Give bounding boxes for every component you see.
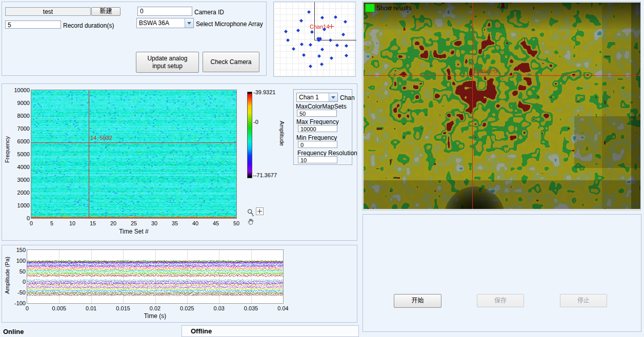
show-results-label: Show results [376, 5, 412, 12]
mic-position-dot [329, 38, 332, 42]
image-cursor-hline[interactable] [364, 75, 640, 76]
spectrogram-x-axis-label: Time Set # [31, 228, 236, 235]
pan-hand-tool-icon[interactable] [247, 218, 255, 227]
mic-position-dot [292, 47, 295, 51]
mic-position-dot [309, 43, 312, 47]
max-colormap-field[interactable]: 50 [297, 110, 337, 117]
mic-position-dot [299, 19, 303, 23]
mic-position-dot [335, 44, 339, 47]
mic-position-dot [345, 54, 348, 57]
mic-position-dot [341, 33, 345, 36]
spectrogram-x-ticks: 05101520253035404550 [31, 220, 236, 226]
frequency-resolution-label: Frequency Resolution [297, 150, 357, 157]
record-duration-label: Record duration(s) [63, 22, 114, 29]
waveform-x-ticks: 00.0050.010.0150.020.0250.030.0350.04 [27, 305, 283, 311]
colorbar-max-label: -39.9321 [253, 89, 275, 95]
online-status-label: Online [3, 328, 24, 335]
camera-id-label: Camera ID [194, 9, 224, 16]
mic-position-dot [300, 43, 304, 46]
offline-status-label: Offline [191, 327, 212, 335]
offline-status-box: Offline [182, 325, 359, 337]
spectrogram-y-ticks: 1000090008000700060005000400030002000100… [10, 90, 30, 218]
waveform-x-axis-label: Time (s) [27, 312, 283, 320]
mic-array-label: Select Microphone Array [196, 20, 263, 28]
spectrogram-canvas[interactable] [31, 90, 236, 218]
spectrogram-cursor-hline[interactable] [31, 142, 236, 143]
mic-position-dot [286, 38, 290, 42]
display-controls-group: Chan 1 Chan MaxColorMapSets 50 Max Frequ… [293, 89, 352, 165]
session-name-box[interactable]: test [5, 7, 91, 16]
mic-position-dot [307, 10, 311, 14]
max-frequency-field[interactable]: 10000 [298, 125, 337, 132]
mic-position-dot [334, 15, 337, 19]
zoom-tool-icon[interactable] [247, 208, 255, 218]
mic-array-plot[interactable]: Chan14 [273, 2, 356, 77]
mic-position-dot [320, 62, 324, 66]
mic-position-dot [344, 20, 347, 24]
mic-position-dot [309, 65, 312, 68]
amplitude-colorbar [247, 92, 252, 178]
mic-position-dot [301, 53, 305, 57]
colorbar-min-label: --71.3677 [253, 172, 277, 178]
mic-array-select[interactable]: BSWA 36A [136, 18, 194, 28]
stop-button[interactable]: 停止 [560, 294, 607, 307]
channel-select-value: Chan 1 [297, 93, 329, 101]
mic-position-dot [284, 30, 288, 33]
acoustic-image-canvas[interactable] [364, 3, 640, 209]
camera-id-field[interactable]: 0 [137, 7, 192, 16]
waveform-panel: Amplitude (Pa) 150100500-50-100 00.0050.… [2, 245, 357, 323]
min-frequency-field[interactable]: 0 [298, 141, 337, 148]
mic-position-dot [323, 28, 326, 31]
cursor-tool-icon[interactable] [256, 207, 264, 217]
mic-position-dot [320, 15, 324, 19]
show-results-indicator[interactable] [365, 4, 375, 12]
spectrogram-cursor-readout: 14, 5932 [90, 135, 112, 141]
chan14-cursor[interactable] [329, 24, 334, 29]
result-image-panel: Cursor 0 Show results [362, 1, 641, 210]
max-colormap-label: MaxColorMapSets [296, 103, 347, 110]
waveform-canvas[interactable] [27, 250, 283, 303]
mic-position-dot [296, 29, 300, 32]
chevron-down-icon[interactable] [329, 93, 337, 101]
channel-select[interactable]: Chan 1 [296, 93, 338, 102]
colorbar-zero-label: -0 [253, 119, 258, 125]
mic-position-dot [320, 48, 324, 51]
mic-array-value: BSWA 36A [137, 19, 185, 27]
colorbar-axis-label: Amplitude [279, 121, 285, 146]
channel-select-label: Chan [340, 94, 355, 101]
mic-position-dot [330, 56, 333, 60]
save-button[interactable]: 保存 [477, 294, 524, 307]
spectrogram-cursor-vline[interactable] [89, 90, 89, 218]
chevron-down-icon[interactable] [185, 18, 193, 28]
mic-position-dot [310, 30, 314, 34]
mic-position-dot [345, 44, 348, 48]
mic-position-dot [317, 54, 321, 58]
image-cursor-label: Cursor 0 [474, 68, 497, 75]
update-analog-input-button[interactable]: Update analog input setup [136, 52, 199, 73]
result-image-view[interactable]: Cursor 0 Show results [364, 3, 640, 209]
max-frequency-label: Max Frequency [296, 118, 339, 125]
setup-panel: test 新建 5 Record duration(s) 0 Camera ID… [2, 2, 267, 76]
chan14-cursor-label: Chan14 [310, 24, 330, 30]
check-camera-button[interactable]: Check Camera [203, 52, 259, 72]
min-frequency-label: Min Frequency [296, 134, 337, 141]
start-button[interactable]: 开始 [394, 294, 441, 308]
spectrogram-y-axis-label: Frequency [4, 136, 10, 163]
acoustic-camera-app: test 新建 5 Record duration(s) 0 Camera ID… [0, 0, 644, 337]
new-button[interactable]: 新建 [91, 7, 120, 16]
mic-plot-y-axis [314, 2, 315, 40]
record-duration-field[interactable]: 5 [5, 20, 61, 29]
waveform-y-ticks: 150100500-50-100 [6, 250, 26, 303]
spectrogram-panel: Frequency 100009000800070006000500040003… [2, 83, 357, 241]
frequency-resolution-field[interactable]: 10 [298, 156, 337, 163]
actions-panel: 开始 保存 停止 [363, 214, 641, 332]
image-cursor-vline[interactable] [472, 3, 473, 209]
